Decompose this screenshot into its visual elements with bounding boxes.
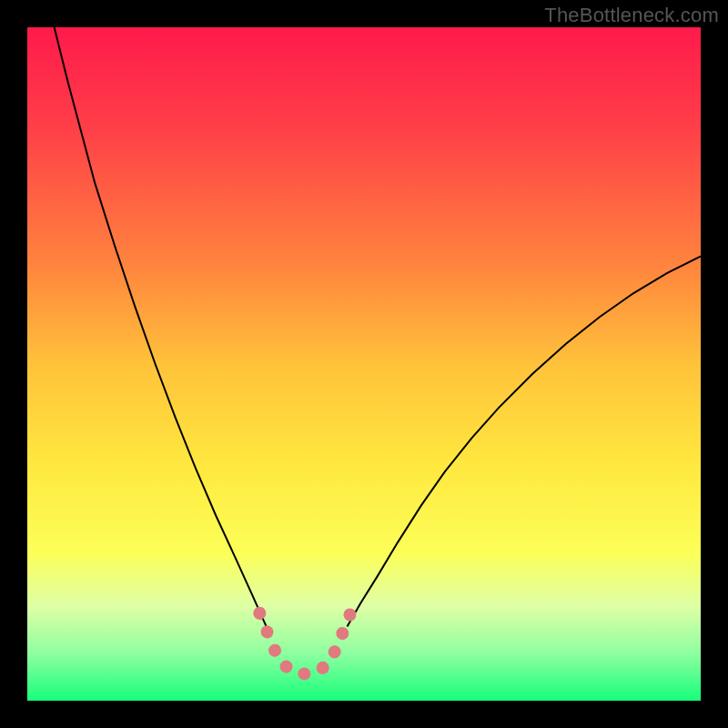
watermark-text: TheBottleneck.com — [544, 4, 719, 27]
chart-background — [27, 27, 701, 701]
chart-plot — [27, 27, 701, 701]
chart-frame: TheBottleneck.com — [0, 0, 728, 728]
